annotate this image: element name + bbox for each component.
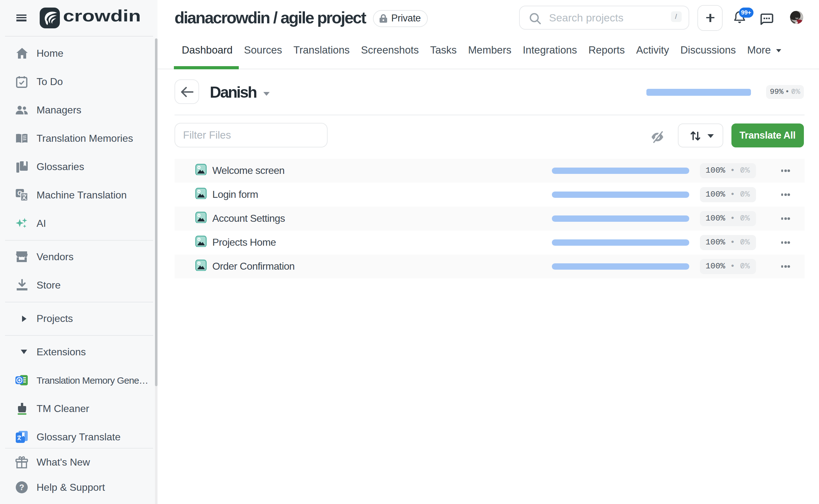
svg-text:?: ? [19,483,24,492]
